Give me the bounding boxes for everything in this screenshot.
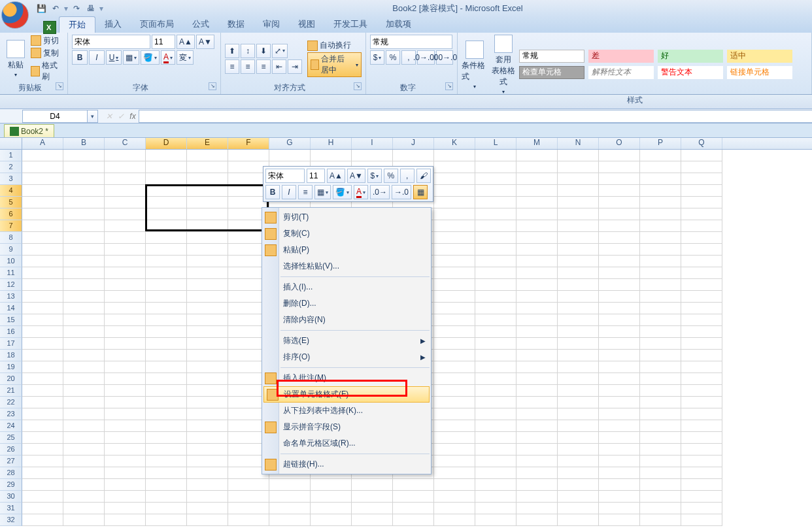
cell-M12[interactable] <box>516 279 558 291</box>
cell-B23[interactable] <box>63 408 105 420</box>
cell-O28[interactable] <box>599 467 640 479</box>
cell-J31[interactable] <box>393 503 434 514</box>
italic-button[interactable]: I <box>89 50 105 65</box>
cell-M5[interactable] <box>516 197 558 208</box>
ctx-cut[interactable]: 剪切(T) <box>262 209 431 225</box>
number-launcher[interactable]: ↘ <box>445 82 453 90</box>
cell-K32[interactable] <box>434 514 475 526</box>
copy-button[interactable]: 复制 <box>31 48 63 59</box>
cell-L8[interactable] <box>475 232 516 244</box>
cell-M13[interactable] <box>516 291 558 303</box>
col-head-A[interactable]: A <box>22 138 63 149</box>
cell-P22[interactable] <box>640 397 681 408</box>
cell-C30[interactable] <box>105 491 146 503</box>
cell-N5[interactable] <box>558 197 599 208</box>
cell-N24[interactable] <box>558 420 599 432</box>
conditional-format-button[interactable]: 条件格式▾ <box>462 41 488 90</box>
cell-B11[interactable] <box>63 267 105 279</box>
cell-K26[interactable] <box>434 444 475 455</box>
cell-O16[interactable] <box>599 326 640 338</box>
cell-D12[interactable] <box>146 279 187 291</box>
cell-A7[interactable] <box>22 220 63 232</box>
col-head-C[interactable]: C <box>105 138 146 149</box>
cell-P18[interactable] <box>640 350 681 361</box>
cell-M9[interactable] <box>516 244 558 256</box>
cell-L14[interactable] <box>475 303 516 314</box>
ctx-paste-special[interactable]: 选择性粘贴(V)... <box>262 258 431 274</box>
row-head-6[interactable]: 6 <box>0 208 22 220</box>
cell-K3[interactable] <box>434 173 475 185</box>
cell-P27[interactable] <box>640 455 681 467</box>
cell-D3[interactable] <box>146 173 187 185</box>
cell-Q7[interactable] <box>681 220 722 232</box>
cell-B3[interactable] <box>63 173 105 185</box>
col-head-H[interactable]: H <box>311 138 352 149</box>
ctx-hyperlink[interactable]: 超链接(H)... <box>262 456 431 472</box>
cell-L23[interactable] <box>475 408 516 420</box>
ribbon-tab-1[interactable]: 插入 <box>95 16 131 33</box>
cell-A28[interactable] <box>22 467 63 479</box>
cell-J30[interactable] <box>393 491 434 503</box>
cell-A23[interactable] <box>22 408 63 420</box>
cell-M17[interactable] <box>516 338 558 350</box>
cell-D4[interactable] <box>146 185 187 197</box>
office-button[interactable] <box>1 1 29 29</box>
cell-A10[interactable] <box>22 256 63 267</box>
select-all-corner[interactable] <box>0 138 22 149</box>
cell-A15[interactable] <box>22 314 63 326</box>
bold-button[interactable]: B <box>72 50 88 65</box>
cell-E10[interactable] <box>187 256 228 267</box>
ctx-delete[interactable]: 删除(D)... <box>262 295 431 312</box>
col-head-F[interactable]: F <box>228 138 269 149</box>
cell-M7[interactable] <box>516 220 558 232</box>
cell-E18[interactable] <box>187 350 228 361</box>
row-head-10[interactable]: 10 <box>0 256 22 267</box>
mini-font-name[interactable] <box>265 169 305 183</box>
cell-L26[interactable] <box>475 444 516 455</box>
cell-K6[interactable] <box>434 208 475 220</box>
cell-D31[interactable] <box>146 503 187 514</box>
cell-K15[interactable] <box>434 314 475 326</box>
cell-A14[interactable] <box>22 303 63 314</box>
cell-O14[interactable] <box>599 303 640 314</box>
cell-E16[interactable] <box>187 326 228 338</box>
cell-N20[interactable] <box>558 373 599 385</box>
cell-O26[interactable] <box>599 444 640 455</box>
orientation-button[interactable]: ⤢ <box>272 44 288 58</box>
cell-O10[interactable] <box>599 256 640 267</box>
cell-D2[interactable] <box>146 161 187 173</box>
cell-A26[interactable] <box>22 444 63 455</box>
cell-C31[interactable] <box>105 503 146 514</box>
cell-O25[interactable] <box>599 432 640 444</box>
cell-M10[interactable] <box>516 256 558 267</box>
col-head-Q[interactable]: Q <box>681 138 722 149</box>
col-head-D[interactable]: D <box>146 138 187 149</box>
cell-D1[interactable] <box>146 150 187 161</box>
cell-B19[interactable] <box>63 361 105 373</box>
cell-O17[interactable] <box>599 338 640 350</box>
cell-P23[interactable] <box>640 408 681 420</box>
cell-O23[interactable] <box>599 408 640 420</box>
cell-C15[interactable] <box>105 314 146 326</box>
cell-A11[interactable] <box>22 267 63 279</box>
cell-B28[interactable] <box>63 467 105 479</box>
cell-E9[interactable] <box>187 244 228 256</box>
cell-N32[interactable] <box>558 514 599 526</box>
cell-C21[interactable] <box>105 385 146 397</box>
cell-P32[interactable] <box>640 514 681 526</box>
cell-K24[interactable] <box>434 420 475 432</box>
ribbon-tab-6[interactable]: 视图 <box>289 16 324 33</box>
cell-D26[interactable] <box>146 444 187 455</box>
underline-button[interactable]: U <box>106 50 122 65</box>
cell-P3[interactable] <box>640 173 681 185</box>
cell-O19[interactable] <box>599 361 640 373</box>
cell-A9[interactable] <box>22 244 63 256</box>
row-head-5[interactable]: 5 <box>0 197 22 208</box>
row-head-23[interactable]: 23 <box>0 408 22 420</box>
cell-D18[interactable] <box>146 350 187 361</box>
row-head-26[interactable]: 26 <box>0 444 22 455</box>
cell-L21[interactable] <box>475 385 516 397</box>
cell-L29[interactable] <box>475 479 516 491</box>
cell-A32[interactable] <box>22 514 63 526</box>
cell-M25[interactable] <box>516 432 558 444</box>
